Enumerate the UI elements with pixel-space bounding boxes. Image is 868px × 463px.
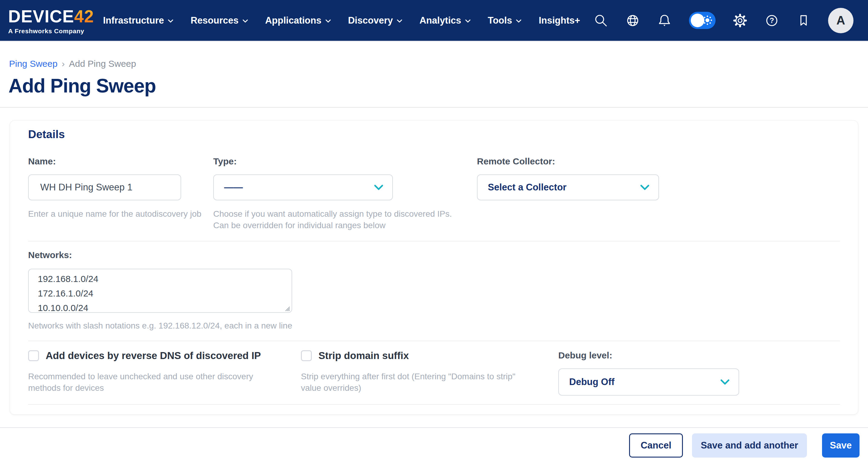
name-label: Name:: [28, 156, 181, 167]
page-title: Add Ping Sweep: [8, 73, 868, 99]
nav-icon-group: ? A: [594, 8, 854, 33]
networks-textarea[interactable]: 192.168.1.0/24 172.16.1.0/24 10.10.0.0/2…: [28, 269, 292, 313]
nav-item-discovery[interactable]: Discovery: [348, 15, 402, 26]
details-row-1: Name: Enter a unique name for the autodi…: [28, 156, 840, 231]
nav-item-resources[interactable]: Resources: [190, 15, 248, 26]
chevron-down-icon: [243, 19, 248, 23]
networks-label: Networks:: [28, 249, 840, 261]
top-navbar: DEVICE42 A Freshworks Company Infrastruc…: [0, 0, 868, 42]
textarea-resize-handle[interactable]: [283, 304, 290, 311]
breadcrumb-link-ping-sweep[interactable]: Ping Sweep: [9, 59, 58, 69]
settings-gear-icon[interactable]: [733, 13, 747, 28]
avatar-letter: A: [837, 13, 845, 27]
notifications-bell-icon[interactable]: [657, 13, 672, 28]
networks-section: Networks: 192.168.1.0/24 172.16.1.0/24 1…: [28, 241, 840, 332]
search-icon[interactable]: [594, 13, 608, 28]
name-helper: Enter a unique name for the autodiscover…: [28, 208, 216, 220]
strip-domain-helper: Strip everything after first dot (Enteri…: [301, 371, 537, 394]
type-select-value: ——: [224, 182, 243, 193]
details-heading: Details: [28, 128, 840, 141]
nav-item-applications[interactable]: Applications: [265, 15, 331, 26]
cancel-button[interactable]: Cancel: [629, 433, 683, 458]
strip-domain-checkbox[interactable]: [301, 350, 312, 361]
chevron-down-icon: [168, 19, 173, 23]
networks-helper: Networks with slash notations e.g. 192.1…: [28, 320, 361, 332]
nav-item-insights[interactable]: Insights+: [539, 15, 580, 26]
save-button[interactable]: Save: [822, 433, 860, 458]
save-and-add-another-button[interactable]: Save and add another: [692, 433, 807, 458]
nav-item-infrastructure[interactable]: Infrastructure: [103, 15, 174, 26]
debug-level-select[interactable]: Debug Off: [558, 368, 739, 396]
svg-text:?: ?: [770, 16, 774, 25]
user-avatar[interactable]: A: [828, 8, 854, 33]
options-section: Add devices by reverse DNS of discovered…: [28, 341, 840, 396]
chevron-down-icon: [374, 185, 383, 190]
type-label: Type:: [213, 156, 393, 167]
details-card: Details Name: Enter a unique name for th…: [10, 120, 858, 415]
action-footer: Cancel Save and add another Save: [0, 427, 868, 463]
name-input[interactable]: [28, 174, 181, 200]
device42-logo[interactable]: DEVICE42 A Freshworks Company: [8, 8, 94, 34]
nav-item-analytics[interactable]: Analytics: [420, 15, 471, 26]
debug-level-label: Debug level:: [558, 350, 739, 361]
type-helper: Choose if you want automatically assign …: [213, 208, 455, 231]
chevron-down-icon: [326, 19, 331, 23]
chevron-down-icon: [465, 19, 471, 23]
breadcrumb: Ping Sweep › Add Ping Sweep: [9, 59, 868, 69]
remote-collector-select-value: Select a Collector: [488, 182, 566, 193]
logo-tagline: A Freshworks Company: [8, 28, 94, 34]
logo-wordmark: DEVICE42: [8, 8, 94, 25]
remote-collector-label: Remote Collector:: [477, 156, 659, 167]
chevron-down-icon: [516, 19, 521, 23]
remote-collector-select[interactable]: Select a Collector: [477, 174, 659, 200]
title-divider: [0, 107, 868, 108]
strip-domain-label: Strip domain suffix: [318, 350, 409, 362]
sun-icon: [701, 14, 713, 26]
breadcrumb-separator: ›: [62, 59, 65, 69]
reverse-dns-label: Add devices by reverse DNS of discovered…: [46, 350, 261, 362]
reverse-dns-helper: Recommended to leave unchecked and use o…: [28, 371, 279, 394]
breadcrumb-current: Add Ping Sweep: [69, 59, 136, 69]
chevron-down-icon: [397, 19, 402, 23]
theme-toggle[interactable]: [689, 12, 716, 29]
main-menu: Infrastructure Resources Applications Di…: [103, 15, 580, 26]
nav-item-tools[interactable]: Tools: [488, 15, 521, 26]
globe-icon[interactable]: [625, 13, 640, 28]
chevron-down-icon: [640, 185, 649, 190]
card-bottom-divider: [28, 404, 840, 405]
chevron-down-icon: [720, 379, 730, 385]
bookmark-icon[interactable]: [796, 13, 811, 28]
reverse-dns-checkbox[interactable]: [28, 350, 39, 361]
type-select[interactable]: ——: [213, 174, 393, 200]
debug-level-select-value: Debug Off: [569, 376, 615, 388]
help-icon[interactable]: ?: [765, 13, 779, 28]
